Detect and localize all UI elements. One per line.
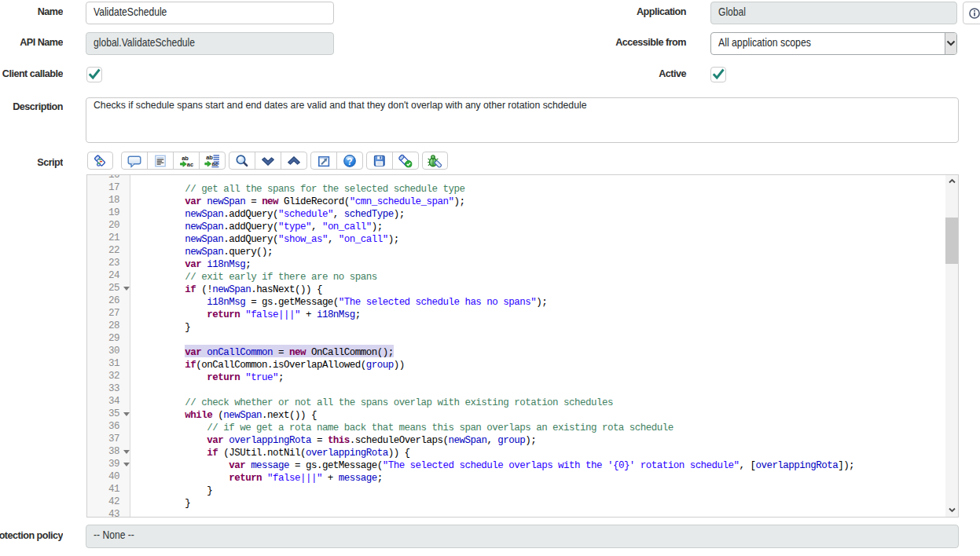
svg-text:ac: ac [187, 160, 193, 167]
svg-text:?: ? [347, 155, 352, 166]
